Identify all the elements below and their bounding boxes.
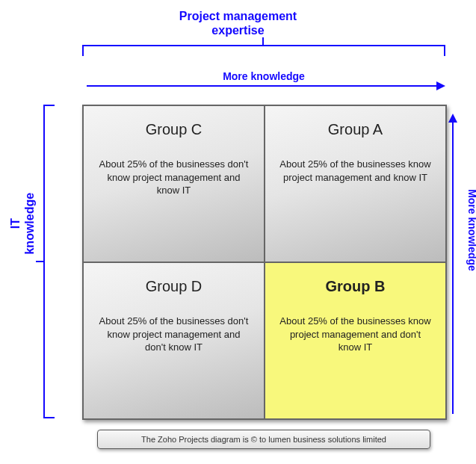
quadrant-diagram: Project management expertise More knowle… (0, 0, 476, 464)
diagram-caption: The Zoho Projects diagram is © to lumen … (97, 430, 430, 449)
quadrant-bottom-left: Group D About 25% of the businesses don'… (83, 262, 265, 419)
x-axis-title-line2: expertise (211, 24, 264, 37)
y-axis-sublabel: More knowledge (466, 178, 476, 282)
arrow-up-icon (448, 114, 457, 123)
y-axis-title-line2: knowledge (23, 193, 36, 255)
x-axis-title-line1: Project management (179, 10, 297, 22)
quadrant-title: Group C (146, 121, 203, 138)
quadrant-title: Group D (146, 278, 203, 295)
left-bracket (43, 105, 55, 418)
quadrant-desc: About 25% of the businesses know project… (279, 315, 432, 354)
quadrant-desc: About 25% of the businesses don't know p… (97, 315, 250, 354)
x-axis-title: Project management expertise (0, 9, 476, 37)
left-bracket-stem (36, 261, 43, 262)
top-bracket-stem (262, 37, 264, 45)
quadrant-desc: About 25% of the businesses don't know p… (97, 158, 250, 197)
y-axis-title-line1: IT (9, 218, 22, 229)
quadrant-top-left: Group C About 25% of the businesses don'… (83, 105, 265, 262)
x-axis-sublabel: More knowledge (82, 70, 445, 82)
arrow-right-icon (436, 81, 445, 90)
x-axis-arrow-line (87, 85, 436, 87)
quadrant-title: Group A (328, 121, 383, 138)
top-bracket (82, 45, 445, 56)
quadrant-desc: About 25% of the businesses know project… (279, 158, 432, 184)
quadrant-title: Group B (326, 278, 386, 295)
y-axis-title: IT knowledge (8, 171, 37, 276)
quadrant-bottom-right: Group B About 25% of the businesses know… (265, 262, 446, 419)
y-axis-arrow-line (452, 123, 454, 414)
quadrant-top-right: Group A About 25% of the businesses know… (265, 105, 446, 262)
quadrant-grid: Group C About 25% of the businesses don'… (82, 105, 447, 420)
